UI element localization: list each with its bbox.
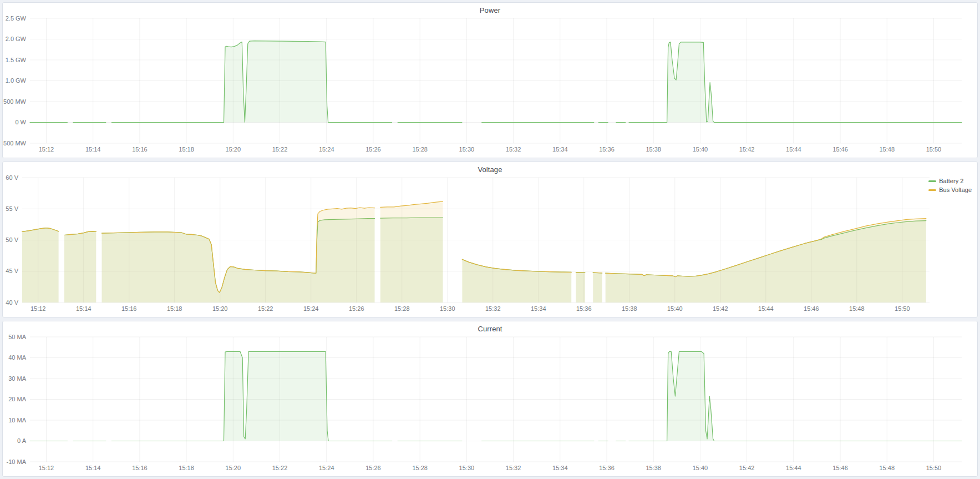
panel-header-power[interactable]: Power (3, 3, 977, 17)
x-tick-label: 15:30 (459, 146, 475, 153)
x-tick-label: 15:50 (895, 305, 910, 312)
y-tick-label: 20 MA (8, 396, 26, 402)
x-tick-label: 15:40 (693, 146, 708, 153)
x-tick-label: 15:28 (394, 305, 410, 312)
panel-power: Power 2.5 GW2.0 GW1.5 GW1.0 GW500 MW0 W-… (2, 2, 978, 158)
x-tick-label: 15:32 (485, 305, 501, 312)
legend-swatch (928, 180, 936, 182)
x-tick-label: 15:28 (412, 465, 428, 471)
y-tick-label: 0 W (15, 119, 26, 125)
x-tick-label: 15:28 (412, 146, 428, 153)
x-tick-label: 15:36 (576, 305, 592, 312)
y-tick-label: 1.0 GW (6, 77, 27, 84)
x-tick-label: 15:32 (506, 465, 521, 471)
x-tick-label: 15:12 (39, 146, 54, 153)
x-tick-label: 15:12 (31, 305, 46, 312)
x-tick-label: 15:24 (319, 465, 334, 471)
x-tick-label: 15:44 (758, 305, 774, 312)
legend-swatch (928, 189, 936, 191)
y-tick-label: -500 MW (3, 140, 27, 147)
x-tick-label: 15:22 (272, 146, 288, 153)
x-tick-label: 15:30 (459, 465, 475, 471)
x-tick-label: 15:26 (365, 465, 381, 471)
panel-current: Current 50 MA40 MA30 MA20 MA10 MA0 A-10 … (2, 321, 978, 477)
x-tick-label: 15:18 (167, 305, 182, 312)
x-tick-label: 15:18 (179, 146, 194, 153)
x-tick-label: 15:16 (132, 465, 148, 471)
power-plot-area[interactable] (30, 18, 962, 143)
x-tick-label: 15:14 (85, 465, 101, 471)
x-tick-label: 15:14 (76, 305, 92, 312)
y-tick-label: 45 V (6, 268, 18, 274)
y-tick-label: 500 MW (3, 98, 27, 105)
panel-voltage: Voltage 60 V55 V50 V45 V40 V15:1215:1415… (2, 162, 978, 317)
x-tick-label: 15:34 (531, 305, 546, 312)
x-tick-label: 15:26 (349, 305, 364, 312)
x-tick-label: 15:48 (849, 305, 865, 312)
y-tick-label: 0 A (17, 437, 27, 444)
legend: Battery 2Bus Voltage (928, 178, 972, 194)
panel-title: Power (480, 6, 500, 14)
x-tick-label: 15:40 (667, 305, 683, 312)
panel-title: Current (478, 325, 502, 333)
current-plot-area[interactable] (30, 337, 962, 462)
x-tick-label: 15:32 (506, 146, 521, 153)
panel-title: Voltage (478, 165, 502, 174)
panel-header-current[interactable]: Current (3, 321, 977, 336)
x-tick-label: 15:46 (804, 305, 819, 312)
x-tick-label: 15:46 (832, 465, 848, 471)
x-tick-label: 15:50 (926, 465, 942, 471)
y-tick-label: -10 MA (7, 458, 27, 465)
legend-label: Bus Voltage (939, 186, 972, 194)
y-tick-label: 40 V (6, 299, 18, 306)
x-tick-label: 15:12 (39, 465, 54, 471)
x-tick-label: 15:34 (552, 465, 568, 471)
legend-item-bus-voltage[interactable]: Bus Voltage (928, 186, 972, 194)
x-tick-label: 15:44 (786, 146, 801, 153)
x-tick-label: 15:18 (179, 465, 194, 471)
x-tick-label: 15:16 (132, 146, 148, 153)
x-tick-label: 15:14 (85, 146, 101, 153)
x-tick-label: 15:38 (646, 146, 661, 153)
y-tick-label: 55 V (6, 205, 18, 212)
y-tick-label: 2.0 GW (6, 36, 27, 42)
power-chart: 2.5 GW2.0 GW1.5 GW1.0 GW500 MW0 W-500 MW… (3, 3, 977, 158)
x-tick-label: 15:38 (646, 465, 661, 471)
panel-header-voltage[interactable]: Voltage (3, 162, 977, 177)
x-tick-label: 15:20 (226, 146, 241, 153)
x-tick-label: 15:20 (212, 305, 228, 312)
y-tick-label: 50 V (6, 236, 18, 243)
legend-item-battery-2[interactable]: Battery 2 (928, 178, 972, 185)
x-tick-label: 15:22 (258, 305, 273, 312)
x-tick-label: 15:40 (693, 465, 708, 471)
x-tick-label: 15:16 (121, 305, 137, 312)
x-tick-label: 15:20 (226, 465, 241, 471)
x-tick-label: 15:34 (552, 146, 568, 153)
x-tick-label: 15:24 (319, 146, 334, 153)
y-tick-label: 10 MA (8, 417, 26, 423)
x-tick-label: 15:48 (879, 146, 895, 153)
x-tick-label: 15:36 (599, 146, 615, 153)
voltage-chart: 60 V55 V50 V45 V40 V15:1215:1415:1615:18… (3, 162, 977, 317)
x-tick-label: 15:46 (832, 146, 848, 153)
current-chart: 50 MA40 MA30 MA20 MA10 MA0 A-10 MA15:121… (3, 321, 977, 476)
y-tick-label: 30 MA (8, 375, 26, 382)
y-tick-label: 1.5 GW (6, 57, 27, 63)
x-tick-label: 15:26 (365, 146, 381, 153)
x-tick-label: 15:22 (272, 465, 288, 471)
voltage-plot-area[interactable] (22, 178, 930, 302)
x-tick-label: 15:48 (879, 465, 895, 471)
x-tick-label: 15:36 (599, 465, 615, 471)
legend-label: Battery 2 (939, 178, 963, 185)
x-tick-label: 15:44 (786, 465, 801, 471)
dashboard: Power 2.5 GW2.0 GW1.5 GW1.0 GW500 MW0 W-… (0, 0, 980, 479)
x-tick-label: 15:30 (440, 305, 455, 312)
x-tick-label: 15:24 (303, 305, 319, 312)
x-tick-label: 15:38 (622, 305, 637, 312)
y-tick-label: 40 MA (8, 354, 26, 361)
x-tick-label: 15:42 (713, 305, 728, 312)
x-tick-label: 15:42 (739, 465, 755, 471)
x-tick-label: 15:42 (739, 146, 755, 153)
x-tick-label: 15:50 (926, 146, 942, 153)
